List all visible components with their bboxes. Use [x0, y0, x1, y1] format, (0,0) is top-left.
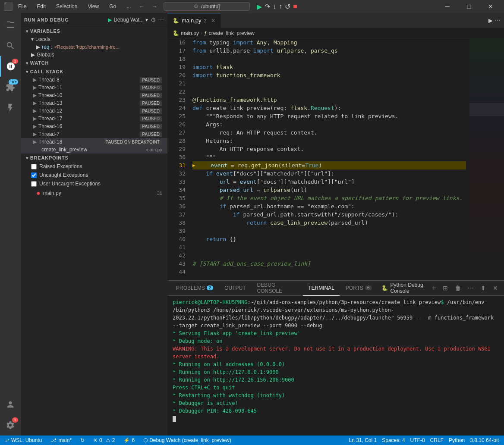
thread-item[interactable]: ▶Thread-18PAUSED ON BREAKPOINT	[21, 138, 167, 146]
thread-item[interactable]: ▶Thread-16PAUSED	[21, 122, 167, 130]
menu-view[interactable]: View	[86, 3, 101, 10]
code-line[interactable]: if parsed_url.path.startswith("/support/…	[192, 210, 466, 219]
req-item[interactable]: ▶ req : <Request 'http://charming-tro...	[21, 43, 167, 51]
activity-extensions[interactable]: 1K+	[0, 77, 21, 97]
menu-file[interactable]: File	[16, 3, 28, 10]
code-line[interactable]	[192, 268, 466, 276]
code-line[interactable]: ▶ event = req.get_json(silent=True)	[192, 161, 466, 169]
code-line[interactable]: """Responds to any HTTP request related …	[192, 112, 466, 120]
restart-button[interactable]: ↺	[285, 3, 290, 11]
thread-item[interactable]: ▶Thread-12PAUSED	[21, 107, 167, 115]
trash-button[interactable]: 🗑	[452, 284, 463, 292]
activity-account[interactable]	[0, 394, 21, 415]
wsl-status[interactable]: ⇌ WSL: Ubuntu	[3, 437, 44, 443]
code-content[interactable]: from typing import Any, Mappingfrom urll…	[189, 38, 469, 280]
code-line[interactable]: req: An HTTP request context.	[192, 128, 466, 137]
thread-item[interactable]: ▶Thread-7PAUSED	[21, 130, 167, 138]
menu-selection[interactable]: Selection	[54, 3, 79, 10]
breadcrumb-func[interactable]: create_link_preview	[209, 30, 255, 36]
gear-icon[interactable]: ⚙	[151, 16, 156, 23]
line-ending-status[interactable]: CRLF	[428, 437, 445, 443]
encoding-status[interactable]: UTF-8	[409, 437, 427, 443]
language-status[interactable]: Python	[447, 437, 466, 443]
code-line[interactable]: from typing import Any, Mapping	[192, 38, 466, 47]
step-over-button[interactable]: ↷	[265, 3, 270, 11]
close-panel-button[interactable]: ✕	[490, 284, 501, 292]
code-line[interactable]: import functions_framework	[192, 71, 466, 79]
split-terminal-button[interactable]: ⊞	[440, 284, 450, 292]
tab-output[interactable]: OUTPUT	[219, 281, 251, 296]
breakpoint-checkbox[interactable]	[31, 164, 37, 169]
maximize-button[interactable]: □	[459, 0, 479, 13]
step-out-button[interactable]: ↑	[279, 3, 282, 10]
maximize-panel-button[interactable]: ⬆	[478, 284, 488, 292]
thread-item[interactable]: ▶Thread-10PAUSED	[21, 91, 167, 99]
code-line[interactable]	[192, 251, 466, 260]
thread-item[interactable]: ▶Thread-17PAUSED	[21, 115, 167, 122]
variables-section-header[interactable]: ▾ VARIABLES	[21, 27, 167, 35]
breakpoint-checkbox[interactable]	[31, 181, 37, 187]
continue-button[interactable]: ▶	[257, 3, 262, 11]
more-icon[interactable]: ⋯	[158, 16, 164, 23]
code-line[interactable]: import flask	[192, 63, 466, 71]
search-bar[interactable]: ⚙ /ubuntu]	[164, 2, 250, 11]
errors-warnings[interactable]: ✕ 0 ⚠ 2	[91, 437, 117, 443]
thread-item[interactable]: ▶Thread-13PAUSED	[21, 99, 167, 107]
more-terminal-button[interactable]: ⋯	[465, 284, 476, 292]
debug-config-name[interactable]: Debug Wat...	[113, 17, 144, 23]
code-line[interactable]: An HTTP response context.	[192, 145, 466, 153]
stop-button[interactable]: ■	[293, 3, 297, 10]
nav-forward[interactable]: →	[149, 2, 160, 11]
tab-terminal[interactable]: TERMINAL	[303, 281, 340, 296]
breakpoint-item[interactable]: User Uncaught Exceptions	[21, 179, 167, 188]
code-line[interactable]: # [START add_ons_case_preview_link]	[192, 260, 466, 268]
breakpoints-section-header[interactable]: ▾ BREAKPOINTS	[21, 154, 167, 162]
code-line[interactable]	[192, 79, 466, 88]
breakpoint-item[interactable]: Raised Exceptions	[21, 162, 167, 171]
git-branch[interactable]: ⎇ main*	[49, 437, 73, 443]
debug-watch-status[interactable]: ⬡ Debug Watch (create_link_preview)	[142, 437, 233, 443]
tab-debug-console[interactable]: DEBUG CONSOLE	[252, 281, 302, 296]
code-line[interactable]	[192, 243, 466, 251]
minimize-button[interactable]: ─	[438, 0, 457, 13]
thread-item[interactable]: ▶Thread-8PAUSED	[21, 76, 167, 84]
code-line[interactable]: return {}	[192, 235, 466, 243]
breakpoint-checkbox[interactable]	[31, 172, 37, 178]
code-line[interactable]: @functions_framework.http	[192, 96, 466, 104]
code-line[interactable]: Args:	[192, 120, 466, 128]
code-line[interactable]: parsed_url = urlparse(url)	[192, 186, 466, 194]
close-button[interactable]: ✕	[481, 0, 501, 13]
code-line[interactable]: url = event["docs"]["matchedUrl"]["url"]	[192, 178, 466, 186]
code-line[interactable]	[192, 227, 466, 235]
close-tab-icon[interactable]: ✕	[211, 18, 215, 24]
menu-go[interactable]: Go	[107, 3, 118, 10]
tab-main-py[interactable]: 🐍 main.py 2 ✕	[167, 13, 221, 28]
code-line[interactable]	[192, 55, 466, 63]
breadcrumb-file[interactable]: main.py	[181, 30, 199, 36]
code-line[interactable]	[192, 88, 466, 96]
activity-settings[interactable]: 1	[0, 415, 21, 436]
run-file-button[interactable]: ▶	[488, 17, 493, 24]
sync-status[interactable]: ↻	[79, 437, 86, 443]
menu-more[interactable]: ...	[125, 3, 132, 10]
breakpoint-item[interactable]: Uncaught Exceptions	[21, 171, 167, 179]
code-line[interactable]: from urllib.parse import urlparse, parse…	[192, 47, 466, 55]
code-line[interactable]: if parsed_url.hostname == "example.com":	[192, 202, 466, 210]
split-editor-button[interactable]: ⋯	[495, 17, 501, 24]
code-line[interactable]: """	[192, 153, 466, 161]
bp-file-item[interactable]: ● main.py 31	[21, 188, 167, 198]
activity-search[interactable]	[0, 35, 21, 56]
code-line[interactable]: def create_link_preview(req: flask.Reque…	[192, 104, 466, 112]
cursor-position[interactable]: Ln 31, Col 1	[347, 437, 378, 443]
code-line[interactable]: # If the event object URL matches a spec…	[192, 194, 466, 202]
add-terminal-button[interactable]: +	[429, 283, 438, 293]
callstack-section-header[interactable]: ▾ CALL STACK	[21, 67, 167, 76]
activity-testing[interactable]	[0, 97, 21, 118]
code-line[interactable]: Returns:	[192, 137, 466, 145]
debug-threads-status[interactable]: ⚡ 6	[122, 437, 136, 443]
code-line[interactable]: if event["docs"]["matchedUrl"]["url"]:	[192, 169, 466, 178]
menu-edit[interactable]: Edit	[35, 3, 47, 10]
activity-run-debug[interactable]: 1	[0, 56, 21, 77]
thread-item[interactable]: ▶Thread-11PAUSED	[21, 84, 167, 91]
python-version-status[interactable]: 3.8.10 64-bit	[468, 437, 501, 443]
